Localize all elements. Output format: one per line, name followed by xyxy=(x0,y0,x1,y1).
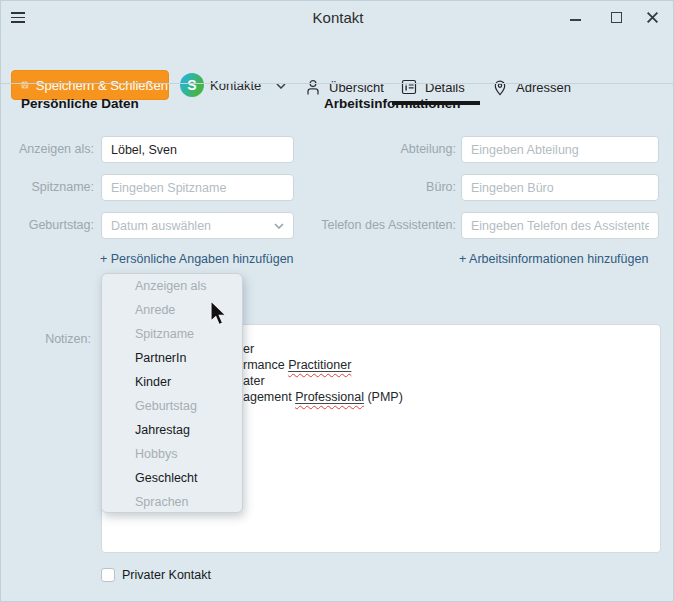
contact-window: Kontakt Speichern & Schließen S Kontakte xyxy=(0,0,674,602)
minimize-button[interactable] xyxy=(564,6,586,28)
birthday-select[interactable]: Datum auswählen xyxy=(101,212,294,239)
app-logo-letter: S xyxy=(187,78,196,92)
tab-adressen[interactable]: Adressen xyxy=(492,74,571,100)
tab-adressen-label: Adressen xyxy=(516,80,571,95)
menu-item[interactable]: Jahrestag xyxy=(102,418,242,442)
close-button[interactable] xyxy=(641,6,663,28)
notes-visible-text: errmance Practitionerateragement Profess… xyxy=(243,341,403,405)
display-as-label: Anzeigen als: xyxy=(1,136,94,163)
menu-item[interactable]: Geschlecht xyxy=(102,466,242,490)
title-bar: Kontakt xyxy=(1,1,674,33)
menu-item[interactable]: Sprachen xyxy=(102,490,242,513)
private-contact-checkbox[interactable] xyxy=(101,568,115,582)
app-logo-icon: S xyxy=(180,73,204,97)
contacts-selector-label: Kontakte xyxy=(210,78,261,93)
map-pin-icon xyxy=(492,79,508,96)
menu-item[interactable]: Kinder xyxy=(102,370,242,394)
menu-item[interactable]: Hobbys xyxy=(102,442,242,466)
menu-item[interactable]: Geburtstag xyxy=(102,394,242,418)
person-icon xyxy=(305,79,321,96)
menu-item[interactable]: Anzeigen als xyxy=(102,274,242,298)
nickname-input[interactable] xyxy=(101,174,294,201)
tab-uebersicht-label: Übersicht xyxy=(329,80,384,95)
birthday-label: Geburtstag: xyxy=(1,212,94,239)
add-work-fields-link[interactable]: + Arbeitsinformationen hinzufügen xyxy=(459,252,648,266)
display-as-input[interactable] xyxy=(101,136,294,163)
department-label: Abteilung: xyxy=(291,136,456,163)
office-label: Büro: xyxy=(291,174,456,201)
save-close-label: Speichern & Schließen xyxy=(36,78,168,93)
minimize-icon xyxy=(570,19,581,21)
department-input[interactable] xyxy=(461,136,659,163)
maximize-icon xyxy=(611,12,622,23)
mouse-cursor xyxy=(209,300,229,327)
work-section-heading: Arbeitsinformationen xyxy=(324,96,461,111)
birthday-select-placeholder: Datum auswählen xyxy=(111,219,211,233)
personal-section-heading: Persönliche Daten xyxy=(21,96,139,111)
details-card-icon xyxy=(401,79,417,95)
office-input[interactable] xyxy=(461,174,659,201)
nickname-label: Spitzname: xyxy=(1,174,94,201)
toolbar: Speichern & Schließen S Kontakte Übersic… xyxy=(1,33,674,83)
add-personal-fields-link[interactable]: + Persönliche Angaben hinzufügen xyxy=(100,252,294,266)
close-icon xyxy=(646,11,659,24)
private-contact-label: Privater Kontakt xyxy=(122,568,211,582)
menu-item[interactable]: PartnerIn xyxy=(102,346,242,370)
floppy-disk-icon xyxy=(21,77,29,93)
chevron-down-icon xyxy=(274,223,284,229)
notes-label: Notizen: xyxy=(1,332,91,346)
tab-details-label: Details xyxy=(425,80,465,95)
toolbar-divider xyxy=(1,83,674,84)
assistant-phone-input[interactable] xyxy=(461,212,659,239)
maximize-button[interactable] xyxy=(605,6,627,28)
assistant-phone-label: Telefon des Assistenten: xyxy=(291,212,456,239)
